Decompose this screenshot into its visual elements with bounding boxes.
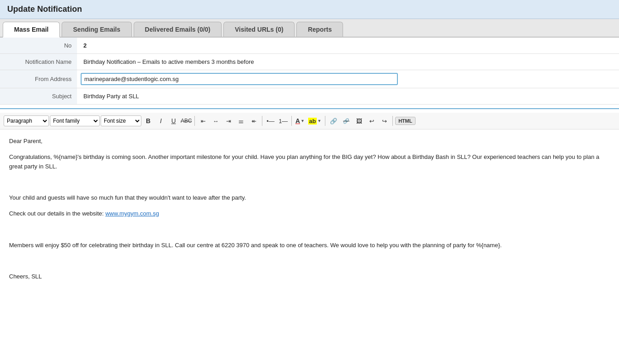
highlight-arrow-icon: ▼	[317, 119, 321, 123]
from-address-input[interactable]	[81, 73, 398, 85]
editor-toolbar: Paragraph Heading 1 Heading 2 Heading 3 …	[0, 113, 619, 129]
editor-para-5: Check out our details in the website: ww…	[9, 209, 610, 219]
align-center-icon: ↔	[213, 118, 219, 125]
toolbar-sep-4	[325, 116, 325, 126]
form-row-no: No 2	[0, 38, 619, 54]
redo-button[interactable]: ↪	[378, 115, 390, 126]
underline-button[interactable]: U	[168, 115, 179, 126]
page-header: Update Notification	[0, 0, 619, 19]
toolbar-sep-3	[291, 116, 292, 126]
paragraph-select[interactable]: Paragraph Heading 1 Heading 2 Heading 3	[4, 115, 49, 126]
align-justify-button[interactable]: ⚌	[235, 115, 247, 126]
bold-button[interactable]: B	[142, 115, 154, 126]
tab-visited-urls[interactable]: Visited URLs (0)	[223, 22, 295, 37]
outdent-icon: ↞	[251, 118, 256, 125]
page-title: Update Notification	[7, 5, 612, 14]
align-right-icon: ⇥	[226, 118, 231, 125]
form-row-from-address: From Address	[0, 70, 619, 88]
font-color-button[interactable]: A ▼	[294, 116, 306, 125]
font-color-a-icon: A	[295, 117, 300, 125]
toolbar-sep-1	[194, 116, 195, 126]
remove-link-button[interactable]: 🔗	[340, 115, 352, 126]
font-color-arrow-icon: ▼	[300, 119, 305, 123]
editor-area[interactable]: Dear Parent, Congratulations, %{name}'s …	[0, 129, 619, 311]
font-size-select[interactable]: Font size 8 10 12 14 16 18 24 36	[101, 115, 141, 126]
ordered-list-button[interactable]: 1—	[277, 115, 289, 126]
html-button[interactable]: HTML	[395, 117, 416, 125]
tab-sending-emails[interactable]: Sending Emails	[62, 22, 131, 37]
undo-icon: ↩	[369, 118, 374, 125]
image-icon: 🖼	[356, 118, 362, 125]
editor-para-8	[9, 256, 610, 266]
no-value: 2	[77, 38, 619, 54]
link-icon: 🔗	[330, 118, 337, 125]
subject-label: Subject	[0, 88, 77, 105]
align-center-button[interactable]: ↔	[210, 115, 222, 126]
align-justify-icon: ⚌	[238, 118, 244, 125]
notification-name-label: Notification Name	[0, 54, 77, 70]
unlink-icon: 🔗	[343, 118, 349, 124]
redo-icon: ↪	[382, 118, 387, 125]
form-row-subject: Subject Birthday Party at SLL	[0, 88, 619, 105]
page-wrapper: Update Notification Mass Email Sending E…	[0, 0, 619, 364]
editor-para-3	[9, 177, 610, 187]
insert-image-button[interactable]: 🖼	[353, 115, 365, 126]
website-link[interactable]: www.mygym.com.sg	[105, 210, 159, 217]
undo-button[interactable]: ↩	[366, 115, 377, 126]
tab-reports[interactable]: Reports	[296, 22, 343, 37]
form-row-notification-name: Notification Name Birthday Notification …	[0, 54, 619, 70]
editor-para-4: Your child and guests will have so much …	[9, 193, 610, 203]
editor-para-1: Dear Parent,	[9, 137, 610, 146]
align-left-icon: ⇤	[201, 118, 206, 125]
editor-para-2: Congratulations, %{name}'s birthday is c…	[9, 153, 610, 172]
ordered-list-icon: 1—	[279, 118, 288, 125]
editor-para-9: Cheers, SLL	[9, 272, 610, 282]
italic-button[interactable]: I	[155, 115, 167, 126]
toolbar-sep-5	[392, 116, 393, 126]
strikethrough-button[interactable]: ABC	[180, 115, 192, 126]
tab-delivered-emails[interactable]: Delivered Emails (0/0)	[134, 22, 222, 37]
unordered-list-button[interactable]: •—	[265, 115, 276, 126]
from-address-value-cell	[77, 70, 619, 88]
align-right-button[interactable]: ⇥	[222, 115, 234, 126]
from-address-label: From Address	[0, 70, 77, 88]
tab-mass-email[interactable]: Mass Email	[3, 22, 60, 38]
highlight-color-icon: ab	[308, 118, 317, 125]
editor-para-6	[9, 225, 610, 235]
insert-link-button[interactable]: 🔗	[328, 115, 339, 126]
align-left-button[interactable]: ⇤	[197, 115, 209, 126]
subject-value: Birthday Party at SLL	[77, 88, 619, 105]
outdent-button[interactable]: ↞	[248, 115, 260, 126]
separator	[0, 108, 619, 109]
notification-name-value: Birthday Notification – Emails to active…	[77, 54, 619, 70]
toolbar-sep-2	[262, 116, 262, 126]
editor-para-7: Members will enjoy $50 off for celebrati…	[9, 241, 610, 250]
form-table: No 2 Notification Name Birthday Notifica…	[0, 38, 619, 105]
highlight-color-button[interactable]: ab ▼	[307, 117, 323, 125]
unordered-list-icon: •—	[266, 118, 275, 125]
tabs-bar: Mass Email Sending Emails Delivered Emai…	[0, 19, 619, 38]
font-family-select[interactable]: Font family Arial Times New Roman Courie…	[50, 115, 100, 126]
no-label: No	[0, 38, 77, 54]
